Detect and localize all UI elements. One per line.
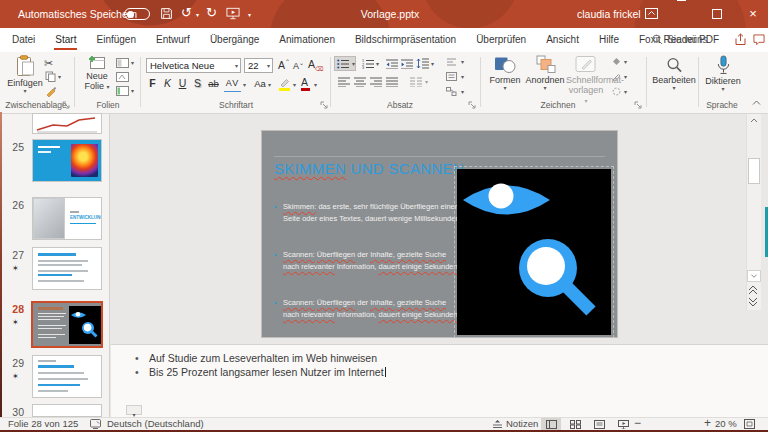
copy-icon[interactable] [45, 71, 56, 82]
font-color-dropdown-icon[interactable]: ▾ [314, 82, 317, 88]
bullets-dropdown-icon[interactable]: ▾ [352, 61, 355, 67]
tab-start[interactable]: Start [45, 28, 86, 51]
bullet-list-icon[interactable] [337, 59, 349, 69]
align-right-icon[interactable] [370, 77, 382, 87]
smartart-convert-icon[interactable] [446, 87, 457, 96]
language-status[interactable]: Deutsch (Deutschland) [107, 418, 204, 430]
justify-icon[interactable] [386, 77, 398, 87]
shrink-font-button[interactable]: A⌄ [293, 59, 304, 71]
layout-icon[interactable] [116, 58, 129, 68]
columns-dropdown-icon[interactable]: ▾ [425, 79, 428, 85]
tab--berpr-fen[interactable]: Überprüfen [466, 28, 536, 51]
notes-toggle-icon[interactable] [492, 419, 503, 429]
slide-thumbnail-30[interactable] [32, 404, 102, 417]
shape-fill-icon[interactable] [612, 57, 621, 66]
slide-counter[interactable]: Folie 28 von 125 [8, 418, 78, 430]
display-settings-icon[interactable] [90, 419, 101, 429]
tab-bildschirmpr-sentation[interactable]: Bildschirmpräsentation [345, 28, 466, 51]
line-spacing-dropdown-icon[interactable]: ▾ [431, 61, 434, 67]
notes-item[interactable]: •Bis 25 Prozent langsamer lesen Nutzer i… [135, 366, 386, 379]
cut-icon[interactable]: ✂ [44, 57, 53, 70]
grow-font-button[interactable]: A⌃ [278, 58, 290, 71]
ribbon-display-options-icon[interactable] [645, 8, 658, 19]
quick-styles-button[interactable]: Schnellformat- vorlagen ▾ [566, 55, 606, 105]
underline-button[interactable]: U [176, 76, 189, 91]
close-button[interactable]: × [736, 0, 768, 28]
previous-slide-icon[interactable] [747, 285, 761, 295]
smartart-dropdown-icon[interactable]: ▾ [461, 89, 464, 95]
tab-datei[interactable]: Datei [2, 28, 45, 51]
redo-icon[interactable]: ↻ [206, 0, 217, 27]
slide-thumbnail-25[interactable] [32, 139, 102, 182]
quick-access-dropdown-icon[interactable]: ▾ [248, 12, 251, 18]
reset-slide-icon[interactable] [116, 72, 129, 82]
slide-canvas[interactable]: SKIMMEN UND SCANNEN •Skimmen: das erste,… [262, 131, 617, 337]
editing-button[interactable]: Bearbeiten ▾ [652, 55, 696, 91]
scroll-down-icon[interactable] [747, 270, 761, 282]
text-direction-icon[interactable] [446, 57, 457, 66]
share-icon[interactable] [734, 33, 747, 46]
view-normal-icon[interactable] [541, 418, 561, 430]
text-direction-dropdown-icon[interactable]: ▾ [461, 59, 464, 65]
slide-image[interactable] [457, 169, 611, 335]
zoom-out-icon[interactable]: − [634, 417, 641, 429]
tab-entwurf[interactable]: Entwurf [146, 28, 200, 51]
view-slideshow-icon[interactable] [613, 418, 633, 430]
maximize-button[interactable] [700, 0, 734, 28]
clear-formatting-button[interactable]: A⌫ [308, 58, 324, 72]
shape-effects-icon[interactable] [612, 87, 621, 96]
slide-thumbnail-27[interactable] [32, 247, 102, 290]
increase-indent-icon[interactable] [401, 59, 413, 69]
slide-thumbnail-26[interactable]: ENTWICKLUNG [32, 197, 102, 240]
search-box[interactable]: Sie wüns [667, 28, 708, 51]
fit-to-window-icon[interactable] [744, 419, 755, 429]
case-dropdown-icon[interactable]: ▾ [268, 82, 271, 88]
minimize-button[interactable] [664, 0, 698, 28]
undo-icon[interactable]: ↺ [181, 0, 192, 27]
character-spacing-button[interactable]: AV [224, 76, 241, 92]
paragraph-dialog-launcher-icon[interactable] [468, 101, 476, 109]
notes-pane[interactable]: •Auf Studie zum Leseverhalten im Web hin… [111, 344, 768, 417]
shape-effects-dropdown-icon[interactable]: ▾ [624, 89, 627, 95]
slide-thumbnail-29[interactable] [32, 355, 102, 398]
align-text-dropdown-icon[interactable]: ▾ [461, 74, 464, 80]
notes-item[interactable]: •Auf Studie zum Leseverhalten im Web hin… [135, 352, 377, 365]
search-icon[interactable] [652, 34, 663, 45]
numbered-list-icon[interactable]: 123 [362, 59, 374, 69]
tab-einf-gen[interactable]: Einfügen [86, 28, 145, 51]
user-name[interactable]: claudia frickel [577, 0, 641, 28]
align-center-icon[interactable] [354, 77, 366, 87]
undo-dropdown-icon[interactable]: ▾ [196, 12, 199, 18]
next-slide-icon[interactable] [747, 297, 761, 307]
arrange-button[interactable]: Anordnen ▾ [524, 55, 566, 91]
scroll-up-icon[interactable] [747, 115, 761, 126]
notes-toggle-label[interactable]: Notizen [506, 418, 538, 430]
format-painter-icon[interactable] [45, 85, 57, 97]
save-icon[interactable] [160, 7, 173, 20]
shape-outline-dropdown-icon[interactable]: ▾ [624, 74, 627, 80]
font-dialog-launcher-icon[interactable] [320, 101, 328, 109]
shape-outline-icon[interactable] [612, 72, 621, 81]
spacing-dropdown-icon[interactable]: ▾ [243, 82, 246, 88]
autosave-toggle[interactable] [124, 8, 150, 20]
slide-thumbnail-p0[interactable] [32, 113, 102, 134]
view-reading-icon[interactable] [589, 418, 609, 430]
scrollbar-thumb[interactable] [748, 158, 760, 184]
start-presentation-icon[interactable] [226, 7, 240, 20]
tab-ansicht[interactable]: Ansicht [536, 28, 589, 51]
new-slide-button[interactable]: Neue Folie ▾ [80, 55, 114, 91]
text-shadow-button[interactable]: S [191, 76, 204, 91]
align-left-icon[interactable] [338, 77, 350, 87]
comments-icon[interactable] [753, 34, 765, 46]
view-slide-sorter-icon[interactable] [565, 418, 585, 430]
shape-fill-dropdown-icon[interactable]: ▾ [624, 59, 627, 65]
decrease-indent-icon[interactable] [386, 59, 398, 69]
tab-animationen[interactable]: Animationen [269, 28, 345, 51]
notes-options-dropdown-icon[interactable]: ▾ [126, 405, 142, 415]
strikethrough-button[interactable]: ab [206, 76, 221, 91]
highlighter-dropdown-icon[interactable]: ▾ [293, 82, 296, 88]
align-text-icon[interactable] [446, 72, 457, 81]
font-size-combobox[interactable]: 22▾ [244, 58, 273, 73]
section-icon[interactable] [116, 86, 129, 96]
slide-thumbnail-28[interactable] [31, 301, 103, 348]
